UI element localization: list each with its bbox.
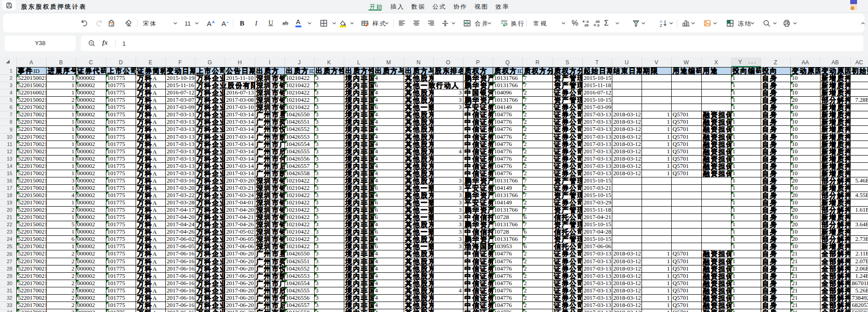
svg-text:.0: .0: [597, 23, 600, 27]
svg-text:Z: Z: [660, 23, 662, 28]
svg-text:.00: .00: [584, 23, 589, 27]
